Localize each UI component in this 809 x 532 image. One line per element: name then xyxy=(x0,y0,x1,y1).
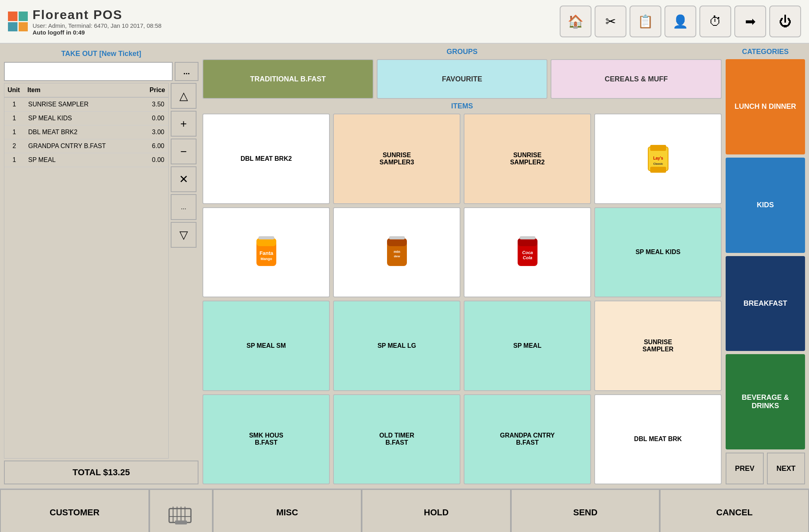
categories-header: CATEGORIES xyxy=(726,48,805,56)
item-coca-cola[interactable]: Coca Cola xyxy=(464,207,591,298)
order-input-row: ... xyxy=(4,62,198,81)
category-breakfast[interactable]: BREAKFAST xyxy=(726,256,805,351)
svg-text:Coca: Coca xyxy=(522,250,533,255)
category-beverages[interactable]: BEVERAGE & DRINKS xyxy=(726,354,805,449)
svg-rect-20 xyxy=(169,509,191,522)
cola-can-icon: Coca Cola xyxy=(514,234,541,270)
home-button[interactable]: 🏠 xyxy=(560,6,591,37)
svg-text:dew: dew xyxy=(394,254,400,258)
auto-logoff: Auto logoff in 0:49 xyxy=(33,29,162,36)
table-row[interactable]: 1SUNRISE SAMPLER3.50 xyxy=(4,97,168,112)
subtract-button[interactable]: − xyxy=(171,139,196,164)
col-item: Item xyxy=(24,83,139,97)
misc-button[interactable]: MISC xyxy=(213,489,362,532)
dots-button[interactable]: ... xyxy=(175,62,198,81)
order-table: Unit Item Price 1SUNRISE SAMPLER3.501SP … xyxy=(4,83,168,167)
total-bar: TOTAL $13.25 xyxy=(4,461,198,484)
chips-icon: Lay's Classic xyxy=(642,143,674,175)
item-grandpa-cntry[interactable]: GRANDPA CNTRYB.FAST xyxy=(464,394,591,485)
up-arrow-button[interactable]: △ xyxy=(171,83,196,109)
next-button[interactable]: NEXT xyxy=(767,453,805,484)
top-buttons: 🏠 ✂ 📋 👤 ⏱ ➡ ⏻ xyxy=(560,6,801,37)
item-sunrise-sampler3[interactable]: SUNRISESAMPLER3 xyxy=(333,114,460,204)
middle-panel: GROUPS TRADITIONAL B.FAST FAVOURITE CERE… xyxy=(202,48,722,484)
svg-text:mtn: mtn xyxy=(393,250,400,254)
more-button[interactable]: ... xyxy=(171,194,196,220)
svg-text:Cola: Cola xyxy=(523,255,532,260)
svg-rect-2 xyxy=(650,167,666,173)
svg-rect-9 xyxy=(258,236,274,239)
group-favourite[interactable]: FAVOURITE xyxy=(377,59,548,99)
logo-area: Floreant POS User: Admin, Terminal: 6470… xyxy=(8,8,560,36)
order-table-area: Unit Item Price 1SUNRISE SAMPLER3.501SP … xyxy=(4,83,169,459)
add-button[interactable]: + xyxy=(171,111,196,137)
groups-row: TRADITIONAL B.FAST FAVOURITE CEREALS & M… xyxy=(202,59,722,99)
svg-text:Fanta: Fanta xyxy=(259,250,273,256)
table-and-controls: Unit Item Price 1SUNRISE SAMPLER3.501SP … xyxy=(4,83,198,459)
cancel-button[interactable]: CANCEL xyxy=(660,489,809,532)
items-grid: DBL MEAT BRK2 SUNRISESAMPLER3 SUNRISESAM… xyxy=(202,114,722,484)
prev-button[interactable]: PREV xyxy=(726,453,764,484)
item-mtn-dew[interactable]: mtn dew xyxy=(333,207,460,298)
item-sp-meal-lg[interactable]: SP MEAL LG xyxy=(333,301,460,391)
user-info: User: Admin, Terminal: 6470, Jan 10 2017… xyxy=(33,22,162,29)
ticket-header: TAKE OUT [New Ticket] xyxy=(4,48,198,60)
hold-button[interactable]: HOLD xyxy=(362,489,511,532)
groups-header: GROUPS xyxy=(202,48,722,56)
logo-title: Floreant POS xyxy=(33,8,162,22)
left-panel: TAKE OUT [New Ticket] ... Unit Item Pric… xyxy=(4,48,198,484)
col-unit: Unit xyxy=(4,83,24,97)
categories-list: LUNCH N DINNER KIDS BREAKFAST BEVERAGE &… xyxy=(726,59,805,449)
mtn-can-icon: mtn dew xyxy=(383,234,411,270)
col-price: Price xyxy=(139,83,168,97)
logo-text-area: Floreant POS User: Admin, Terminal: 6470… xyxy=(33,8,162,36)
svg-text:Lay's: Lay's xyxy=(653,156,663,160)
down-arrow-button[interactable]: ▽ xyxy=(171,222,196,248)
order-tbody: 1SUNRISE SAMPLER3.501SP MEAL KIDS0.001DB… xyxy=(4,97,168,167)
item-sp-meal-sm[interactable]: SP MEAL SM xyxy=(202,301,330,391)
item-sunrise-sampler2[interactable]: SUNRISESAMPLER2 xyxy=(464,114,591,204)
exit-button[interactable]: ➡ xyxy=(734,6,766,37)
table-row[interactable]: 1SP MEAL KIDS0.00 xyxy=(4,112,168,125)
svg-text:Mango: Mango xyxy=(260,257,272,261)
main: TAKE OUT [New Ticket] ... Unit Item Pric… xyxy=(0,44,809,488)
fanta-can-icon: Fanta Mango xyxy=(252,234,280,270)
item-old-timer[interactable]: OLD TIMERB.FAST xyxy=(333,394,460,485)
item-sunrise-sampler[interactable]: SUNRISESAMPLER xyxy=(594,301,722,391)
right-panel: CATEGORIES LUNCH N DINNER KIDS BREAKFAST… xyxy=(726,48,805,484)
customer-button[interactable]: CUSTOMER xyxy=(0,489,149,532)
header: Floreant POS User: Admin, Terminal: 6470… xyxy=(0,0,809,44)
item-chips[interactable]: Lay's Classic xyxy=(594,114,722,204)
category-kids[interactable]: KIDS xyxy=(726,158,805,253)
svg-rect-25 xyxy=(175,520,187,524)
clock-button[interactable]: ⏱ xyxy=(699,6,731,37)
bottom-bar: CUSTOMER MISC HOLD SEND CANCEL xyxy=(0,488,809,532)
admin-button[interactable]: 👤 xyxy=(665,6,696,37)
cart-icon xyxy=(167,499,195,526)
prev-next-row: PREV NEXT xyxy=(726,453,805,484)
item-smk-hous[interactable]: SMK HOUSB.FAST xyxy=(202,394,330,485)
item-sp-meal-kids[interactable]: SP MEAL KIDS xyxy=(594,207,722,298)
table-row[interactable]: 1DBL MEAT BRK23.00 xyxy=(4,125,168,139)
cart-button[interactable] xyxy=(149,489,213,532)
table-row[interactable]: 2GRANDPA CNTRY B.FAST6.00 xyxy=(4,139,168,153)
power-button[interactable]: ⏻ xyxy=(769,6,801,37)
category-lunch-dinner[interactable]: LUNCH N DINNER xyxy=(726,59,805,154)
item-dbl-meat-brk2[interactable]: DBL MEAT BRK2 xyxy=(202,114,330,204)
tools-button[interactable]: ✂ xyxy=(595,6,626,37)
reports-button[interactable]: 📋 xyxy=(630,6,661,37)
svg-text:Classic: Classic xyxy=(653,162,663,165)
order-input[interactable] xyxy=(4,62,173,81)
delete-button[interactable]: ✕ xyxy=(171,166,196,192)
item-dbl-meat-brk[interactable]: DBL MEAT BRK xyxy=(594,394,722,485)
item-sp-meal[interactable]: SP MEAL xyxy=(464,301,591,391)
svg-rect-1 xyxy=(650,145,666,151)
svg-rect-19 xyxy=(520,236,535,239)
group-cereals[interactable]: CEREALS & MUFF xyxy=(551,59,722,99)
group-traditional[interactable]: TRADITIONAL B.FAST xyxy=(202,59,374,99)
table-row[interactable]: 1SP MEAL0.00 xyxy=(4,153,168,167)
right-controls: △ + − ✕ ... ▽ xyxy=(171,83,198,459)
item-fanta[interactable]: Fanta Mango xyxy=(202,207,330,298)
logo-icon xyxy=(8,12,28,31)
send-button[interactable]: SEND xyxy=(511,489,660,532)
